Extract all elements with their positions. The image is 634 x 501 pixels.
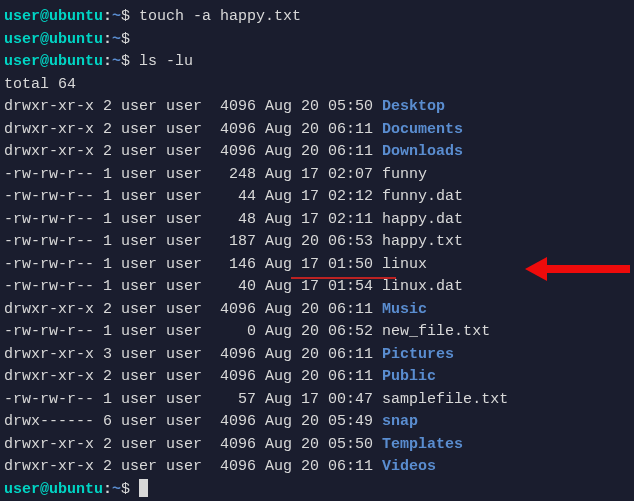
command-line: user@ubuntu:~$ ls -lu [4, 51, 630, 74]
filename: linux [373, 256, 427, 273]
file-row: drwxr-xr-x 2 user user 4096 Aug 20 06:11… [4, 299, 630, 322]
date: Aug 20 06:11 [256, 346, 373, 363]
permissions: drwxr-xr-x [4, 458, 94, 475]
owner: user [112, 391, 157, 408]
group: user [157, 98, 202, 115]
file-row: drwx------ 6 user user 4096 Aug 20 05:49… [4, 411, 630, 434]
owner: user [112, 211, 157, 228]
filename: happy.dat [373, 211, 463, 228]
date: Aug 17 00:47 [256, 391, 373, 408]
permissions: drwxr-xr-x [4, 368, 94, 385]
permissions: drwxr-xr-x [4, 143, 94, 160]
group: user [157, 436, 202, 453]
permissions: drwxr-xr-x [4, 436, 94, 453]
date: Aug 20 05:50 [256, 436, 373, 453]
link-count: 1 [94, 166, 112, 183]
permissions: -rw-rw-r-- [4, 323, 94, 340]
group: user [157, 346, 202, 363]
terminal-output[interactable]: user@ubuntu:~$ touch -a happy.txtuser@ub… [4, 6, 630, 501]
file-row: drwxr-xr-x 2 user user 4096 Aug 20 05:50… [4, 96, 630, 119]
highlight-underline [291, 277, 396, 279]
prompt-symbol: $ [121, 31, 130, 48]
prompt-symbol: $ [121, 8, 130, 25]
date: Aug 20 06:11 [256, 368, 373, 385]
prompt-symbol: $ [121, 481, 130, 498]
link-count: 1 [94, 278, 112, 295]
svg-rect-0 [543, 265, 630, 273]
date: Aug 20 06:11 [256, 121, 373, 138]
date: Aug 17 02:07 [256, 166, 373, 183]
size: 0 [202, 323, 256, 340]
prompt-separator: : [103, 53, 112, 70]
prompt-path: ~ [112, 481, 121, 498]
date: Aug 20 05:49 [256, 413, 373, 430]
filename: Documents [373, 121, 463, 138]
prompt-symbol: $ [121, 53, 130, 70]
group: user [157, 301, 202, 318]
file-row: -rw-rw-r-- 1 user user 48 Aug 17 02:11 h… [4, 209, 630, 232]
filename: samplefile.txt [373, 391, 508, 408]
filename: funny.dat [373, 188, 463, 205]
owner: user [112, 301, 157, 318]
owner: user [112, 323, 157, 340]
command-line: user@ubuntu:~$ [4, 29, 630, 52]
file-row: drwxr-xr-x 2 user user 4096 Aug 20 06:11… [4, 456, 630, 479]
file-row: drwxr-xr-x 2 user user 4096 Aug 20 06:11… [4, 366, 630, 389]
permissions: -rw-rw-r-- [4, 278, 94, 295]
prompt-user: user@ubuntu [4, 8, 103, 25]
owner: user [112, 346, 157, 363]
size: 4096 [202, 143, 256, 160]
prompt-path: ~ [112, 31, 121, 48]
filename: new_file.txt [373, 323, 490, 340]
link-count: 1 [94, 323, 112, 340]
group: user [157, 391, 202, 408]
link-count: 3 [94, 346, 112, 363]
prompt-separator: : [103, 31, 112, 48]
filename: happy.txt [373, 233, 463, 250]
size: 44 [202, 188, 256, 205]
size: 4096 [202, 301, 256, 318]
owner: user [112, 256, 157, 273]
group: user [157, 188, 202, 205]
size: 4096 [202, 413, 256, 430]
annotation-arrow [525, 257, 630, 290]
group: user [157, 143, 202, 160]
size: 4096 [202, 121, 256, 138]
date: Aug 17 01:54 [256, 278, 373, 295]
link-count: 2 [94, 121, 112, 138]
group: user [157, 211, 202, 228]
permissions: -rw-rw-r-- [4, 233, 94, 250]
command-line: user@ubuntu:~$ [4, 479, 630, 502]
permissions: -rw-rw-r-- [4, 256, 94, 273]
permissions: -rw-rw-r-- [4, 166, 94, 183]
size: 248 [202, 166, 256, 183]
permissions: drwxr-xr-x [4, 121, 94, 138]
owner: user [112, 278, 157, 295]
filename: Videos [373, 458, 436, 475]
size: 4096 [202, 98, 256, 115]
date: Aug 20 06:53 [256, 233, 373, 250]
link-count: 2 [94, 301, 112, 318]
cursor [139, 479, 148, 497]
owner: user [112, 121, 157, 138]
group: user [157, 121, 202, 138]
prompt-path: ~ [112, 8, 121, 25]
size: 4096 [202, 436, 256, 453]
date: Aug 17 02:11 [256, 211, 373, 228]
filename: Desktop [373, 98, 445, 115]
date: Aug 20 06:11 [256, 301, 373, 318]
link-count: 1 [94, 391, 112, 408]
total-line: total 64 [4, 74, 630, 97]
date: Aug 17 01:50 [256, 256, 373, 273]
filename: Music [373, 301, 427, 318]
permissions: drwxr-xr-x [4, 346, 94, 363]
owner: user [112, 188, 157, 205]
link-count: 1 [94, 211, 112, 228]
group: user [157, 233, 202, 250]
filename: Templates [373, 436, 463, 453]
prompt-separator: : [103, 481, 112, 498]
permissions: -rw-rw-r-- [4, 211, 94, 228]
date: Aug 20 06:11 [256, 143, 373, 160]
permissions: drwxr-xr-x [4, 98, 94, 115]
owner: user [112, 143, 157, 160]
